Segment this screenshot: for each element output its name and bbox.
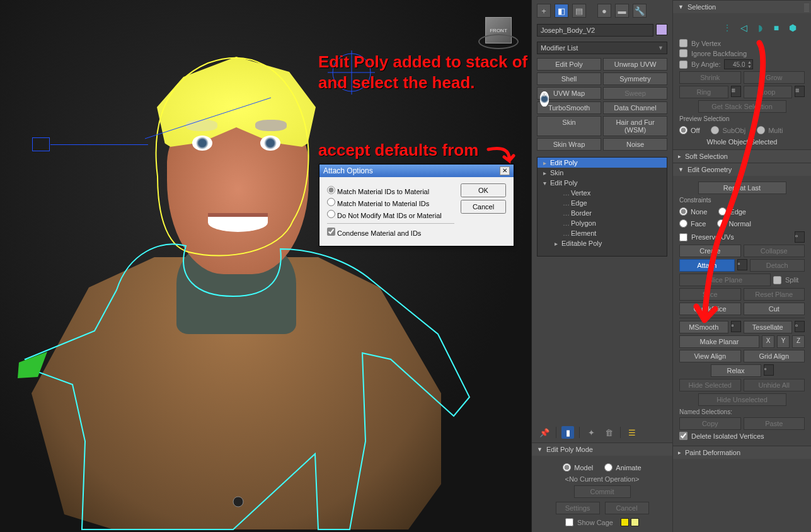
mod-unwrap-uvw[interactable]: Unwrap UVW	[603, 58, 667, 71]
mod-data-channel[interactable]: Data Channel	[603, 101, 667, 114]
stack-sub-edge[interactable]: Edge	[538, 198, 667, 208]
opt-do-not-modify[interactable]: Do Not Modify Mat IDs or Material	[327, 210, 454, 219]
msmooth-settings[interactable]: ▫	[731, 321, 741, 332]
stack-edit-poly-mid[interactable]: 👁▾Edit Poly	[538, 178, 667, 188]
planar-z[interactable]: Z	[792, 335, 805, 348]
preview-off[interactable]: Off	[679, 126, 699, 134]
paint-deformation-header[interactable]: ▸Paint Deformation	[673, 446, 811, 459]
hide-selected-button[interactable]: Hide Selected	[679, 379, 741, 391]
planar-x[interactable]: X	[762, 335, 774, 348]
selection-header[interactable]: ▼Selection	[673, 1, 811, 13]
stack-editable-poly[interactable]: ▸Editable Poly	[538, 238, 667, 248]
opt-condense[interactable]: Condense Material and IDs	[327, 228, 454, 237]
split-check[interactable]: Split	[773, 275, 805, 284]
close-icon[interactable]: ✕	[500, 166, 510, 175]
opt-match-mat-to-ids[interactable]: Match Material to Material IDs	[327, 198, 454, 207]
grow-button[interactable]: Grow	[744, 71, 805, 84]
command-panel[interactable]: + ◧ ▤ ● ▬ 🔧 Modifier List▼ Edit Poly Unw…	[531, 0, 672, 532]
constraint-none[interactable]: None	[679, 207, 707, 216]
bone-dummy[interactable]	[32, 137, 50, 151]
slice-plane-button[interactable]: Slice Plane	[679, 274, 771, 286]
edit-geometry-header[interactable]: ▼Edit Geometry	[673, 163, 811, 176]
stack-sub-polygon[interactable]: Polygon	[538, 218, 667, 228]
collapse-button[interactable]: Collapse	[744, 245, 805, 257]
named-copy-button[interactable]: Copy	[679, 417, 741, 430]
subobj-vertex-icon[interactable]: ⋮	[720, 21, 734, 35]
mod-hair-fur[interactable]: Hair and Fur (WSM)	[603, 116, 667, 136]
detach-button[interactable]: Detach	[750, 259, 805, 272]
modify-tab-icon[interactable]: ◧	[555, 4, 568, 18]
epm-cancel-button[interactable]: Cancel	[605, 502, 649, 514]
preserve-uvs-settings[interactable]: ▫	[795, 231, 805, 243]
quickslice-button[interactable]: QuickSlice	[679, 303, 741, 315]
msmooth-button[interactable]: MSmooth	[679, 321, 728, 333]
relax-button[interactable]: Relax	[711, 364, 761, 377]
pin-stack-icon[interactable]: 📌	[538, 426, 551, 439]
display-tab-icon[interactable]: ▬	[615, 4, 629, 18]
mod-noise[interactable]: Noise	[603, 138, 667, 151]
ring-button[interactable]: Ring	[679, 86, 728, 98]
get-stack-selection[interactable]: Get Stack Selection	[698, 100, 786, 113]
show-end-result-icon[interactable]: ▮	[561, 426, 574, 439]
constraint-normal[interactable]: Normal	[717, 219, 751, 228]
utilities-tab-icon[interactable]: 🔧	[633, 4, 647, 18]
make-unique-icon[interactable]: ✦	[585, 426, 597, 439]
cage-color-2[interactable]	[631, 518, 639, 526]
viewcube-ring[interactable]	[478, 34, 519, 49]
modifier-list-dropdown[interactable]: Modifier List▼	[537, 42, 667, 54]
viewcube[interactable]: FRONT	[480, 11, 517, 49]
attach-options-dialog[interactable]: Attach Options ✕ Match Material IDs to M…	[319, 164, 514, 246]
stack-sub-vertex[interactable]: Vertex	[538, 188, 667, 198]
preserve-uvs[interactable]: Preserve UVs▫	[679, 231, 805, 243]
commit-button[interactable]: Commit	[574, 485, 631, 498]
hierarchy-tab-icon[interactable]: ▤	[572, 4, 586, 18]
slice-button[interactable]: Slice	[679, 288, 741, 301]
loop-button[interactable]: Loop	[744, 86, 793, 98]
create-tab-icon[interactable]: +	[537, 4, 551, 18]
mod-sweep[interactable]: Sweep	[603, 87, 667, 100]
preview-multi[interactable]: Multi	[757, 126, 783, 134]
character-mesh[interactable]	[32, 44, 441, 529]
repeat-last-button[interactable]: Repeat Last	[698, 182, 786, 194]
side-panel[interactable]: ▼Selection ⋮ ◁ ◗ ■ ⬢ By Vertex Ignore Ba…	[672, 0, 811, 532]
configure-sets-icon[interactable]: ☰	[626, 426, 638, 439]
mod-skin-wrap[interactable]: Skin Wrap	[537, 138, 601, 151]
mode-animate[interactable]: Animate	[604, 463, 641, 471]
subobj-edge-icon[interactable]: ◁	[737, 21, 751, 35]
by-angle[interactable]: By Angle: ▲▼	[679, 59, 805, 69]
by-vertex[interactable]: By Vertex	[679, 39, 805, 47]
cancel-button[interactable]: Cancel	[461, 200, 506, 214]
constraint-face[interactable]: Face	[679, 219, 706, 228]
motion-tab-icon[interactable]: ●	[597, 4, 611, 18]
ignore-backfacing[interactable]: Ignore Backfacing	[679, 49, 805, 57]
cut-button[interactable]: Cut	[744, 303, 805, 315]
stack-sub-border[interactable]: Border	[538, 208, 667, 218]
relax-settings[interactable]: ▫	[764, 364, 774, 376]
edit-poly-mode-header[interactable]: ▼Edit Poly Mode	[532, 443, 672, 456]
subobj-polygon-icon[interactable]: ■	[769, 21, 783, 35]
delete-isolated-verts[interactable]: Delete Isolated Vertices	[679, 432, 805, 440]
ok-button[interactable]: OK	[461, 183, 506, 197]
loop-spinner[interactable]: ≡	[795, 86, 805, 97]
shrink-button[interactable]: Shrink	[679, 71, 741, 84]
hide-unselected-button[interactable]: Hide Unselected	[698, 393, 786, 406]
viewport[interactable]: FRONT Edit Poly added to stack of body m…	[0, 0, 531, 532]
view-align-button[interactable]: View Align	[679, 350, 741, 362]
attach-button[interactable]: Attach	[679, 259, 735, 272]
tessellate-settings[interactable]: ▫	[795, 321, 805, 332]
mod-symmetry[interactable]: Symmetry	[603, 72, 667, 85]
settings-button[interactable]: Settings	[556, 502, 600, 514]
show-cage[interactable]: Show Cage	[538, 518, 666, 526]
subobj-border-icon[interactable]: ◗	[753, 21, 767, 35]
ring-spinner[interactable]: ≡	[731, 86, 741, 97]
reset-plane-button[interactable]: Reset Plane	[744, 288, 805, 301]
object-color-swatch[interactable]	[656, 24, 667, 35]
mode-model[interactable]: Model	[563, 463, 593, 471]
tessellate-button[interactable]: Tessellate	[744, 321, 793, 333]
soft-selection-header[interactable]: ▸Soft Selection	[673, 150, 811, 163]
create-button[interactable]: Create	[679, 245, 741, 257]
grid-align-button[interactable]: Grid Align	[744, 350, 805, 362]
attach-list-button[interactable]: ▫	[737, 259, 747, 270]
cage-color-1[interactable]	[621, 518, 629, 526]
modifier-stack[interactable]: 👁▸Edit Poly 👁▸Skin 👁▾Edit Poly Vertex Ed…	[537, 157, 667, 257]
